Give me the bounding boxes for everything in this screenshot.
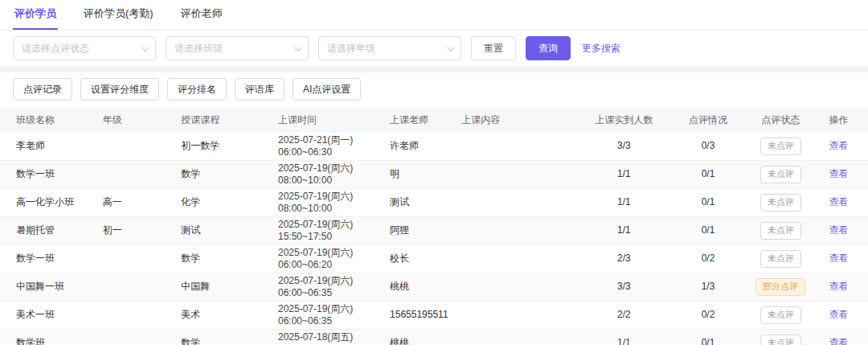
cell-reviewed: 0/1 — [670, 217, 745, 245]
column-header: 班级名称 — [0, 108, 96, 133]
cell-course: 数学 — [174, 161, 272, 189]
cell-teacher: 测试 — [383, 189, 455, 217]
cell-class-name: 李老师 — [0, 133, 96, 161]
column-header: 上课内容 — [455, 108, 577, 133]
view-link[interactable]: 查看 — [829, 224, 848, 236]
cell-grade: 高一 — [96, 189, 174, 217]
cell-reviewed: 1/3 — [670, 273, 745, 302]
cell-status: 未点评 — [746, 330, 816, 345]
view-link[interactable]: 查看 — [829, 168, 848, 179]
tab-3[interactable]: 评价老师 — [179, 0, 224, 30]
cell-status: 未点评 — [746, 189, 816, 217]
cell-reviewed: 0/2 — [670, 302, 745, 330]
cell-course: 数学 — [174, 330, 272, 345]
status-badge: 未点评 — [760, 335, 801, 345]
table-row: 高一化学小班高一化学2025-07-19(周六)08:00~10:00测试1/1… — [0, 189, 868, 217]
time-date: 2025-07-19(周六) — [278, 275, 377, 287]
column-header: 上课实到人数 — [578, 108, 671, 133]
cell-status: 未点评 — [746, 133, 816, 161]
more-search-link[interactable]: 更多搜索 — [582, 42, 620, 55]
filter-select-3[interactable]: 请选择年级 — [318, 36, 461, 60]
status-badge: 未点评 — [760, 194, 801, 211]
view-link[interactable]: 查看 — [829, 337, 848, 345]
cell-action: 查看 — [816, 330, 868, 345]
cell-course: 测试 — [174, 217, 272, 245]
cell-time: 2025-07-18(周五)15:50~18:10 — [272, 330, 383, 345]
cell-time: 2025-07-19(周六)06:00~06:35 — [272, 273, 383, 302]
class-review-table: 班级名称年级授课课程上课时间上课老师上课内容上课实到人数点评情况点评状态操作 李… — [0, 108, 868, 345]
query-button[interactable]: 查询 — [526, 36, 571, 60]
time-range: 06:00~06:35 — [278, 287, 377, 299]
status-badge: 未点评 — [760, 250, 801, 267]
table-row: 数学一班数学2025-07-19(周六)06:00~06:20校长2/30/2未… — [0, 245, 868, 273]
cell-content — [455, 133, 577, 161]
status-badge: 未点评 — [760, 138, 801, 154]
view-link[interactable]: 查看 — [829, 196, 848, 207]
cell-teacher: 校长 — [383, 245, 455, 273]
cell-content — [455, 330, 577, 345]
filter-select-2[interactable]: 请选择班级 — [166, 36, 309, 60]
toolbar-button-3[interactable]: 评分排名 — [167, 78, 227, 101]
cell-status: 未点评 — [746, 245, 816, 273]
table-row: 暑期托管初一测试2025-07-19(周六)15:50~17:50阿狸1/10/… — [0, 217, 868, 245]
cell-reviewed: 0/3 — [670, 133, 745, 161]
reset-button[interactable]: 重置 — [471, 36, 516, 60]
cell-course: 中国舞 — [174, 273, 272, 302]
toolbar-button-1[interactable]: 点评记录 — [13, 78, 72, 101]
filter-selects: 请选择点评状态请选择班级请选择年级 — [13, 36, 461, 60]
view-link[interactable]: 查看 — [829, 140, 848, 151]
cell-class-name: 数学一班 — [0, 161, 96, 189]
view-link[interactable]: 查看 — [829, 281, 848, 292]
student-review-page: 评价学员评价学员(考勤)评价老师 请选择点评状态请选择班级请选择年级 重置 查询… — [0, 0, 868, 345]
chevron-down-icon — [294, 43, 302, 51]
cell-attendance: 1/1 — [578, 330, 671, 345]
filter-select-1[interactable]: 请选择点评状态 — [13, 36, 156, 60]
tab-1[interactable]: 评价学员 — [13, 0, 58, 30]
cell-status: 未点评 — [746, 217, 816, 245]
cell-class-name: 数学班 — [0, 330, 96, 345]
time-date: 2025-07-19(周六) — [278, 303, 377, 315]
time-date: 2025-07-19(周六) — [278, 162, 377, 175]
time-range: 08:00~10:00 — [278, 175, 377, 187]
cell-reviewed: 0/2 — [670, 245, 745, 273]
cell-status: 未点评 — [746, 302, 816, 330]
cell-course: 美术 — [174, 302, 272, 330]
cell-reviewed: 0/1 — [670, 161, 745, 189]
cell-time: 2025-07-19(周六)06:00~06:35 — [272, 302, 383, 330]
cell-attendance: 1/1 — [578, 161, 671, 189]
cell-attendance: 1/1 — [578, 217, 671, 245]
view-link[interactable]: 查看 — [829, 309, 848, 320]
cell-teacher: 桃桃 — [383, 273, 455, 302]
tabs-bar: 评价学员评价学员(考勤)评价老师 — [0, 0, 868, 31]
time-date: 2025-07-18(周五) — [278, 331, 377, 343]
column-header: 上课时间 — [272, 108, 383, 133]
cell-action: 查看 — [816, 189, 868, 217]
time-date: 2025-07-19(周六) — [278, 191, 377, 203]
cell-time: 2025-07-19(周六)08:00~10:00 — [272, 189, 383, 217]
cell-attendance: 2/2 — [578, 302, 671, 330]
cell-action: 查看 — [816, 161, 868, 189]
cell-action: 查看 — [816, 217, 868, 245]
tab-2[interactable]: 评价学员(考勤) — [82, 0, 155, 30]
cell-time: 2025-07-21(周一)06:00~06:30 — [272, 133, 383, 161]
cell-content — [455, 217, 577, 245]
time-date: 2025-07-21(周一) — [278, 134, 377, 146]
toolbar-button-2[interactable]: 设置评分维度 — [80, 78, 159, 101]
cell-content — [455, 245, 577, 273]
column-header: 操作 — [816, 108, 868, 133]
cell-action: 查看 — [816, 273, 868, 302]
view-link[interactable]: 查看 — [829, 253, 848, 264]
table-row: 数学一班数学2025-07-19(周六)08:00~10:00明1/10/1未点… — [0, 161, 868, 189]
toolbar-button-4[interactable]: 评语库 — [235, 78, 285, 101]
column-header: 上课老师 — [383, 108, 455, 133]
cell-class-name: 暑期托管 — [0, 217, 96, 245]
toolbar-button-5[interactable]: AI点评设置 — [293, 78, 361, 101]
cell-content — [455, 273, 577, 302]
cell-grade — [96, 161, 174, 189]
select-placeholder: 请选择班级 — [174, 42, 223, 55]
table-row: 李老师初一数学2025-07-21(周一)06:00~06:30许老师3/30/… — [0, 133, 868, 161]
cell-teacher: 许老师 — [383, 133, 455, 161]
column-header: 年级 — [96, 108, 174, 133]
column-header: 点评情况 — [670, 108, 745, 133]
cell-grade — [96, 302, 174, 330]
